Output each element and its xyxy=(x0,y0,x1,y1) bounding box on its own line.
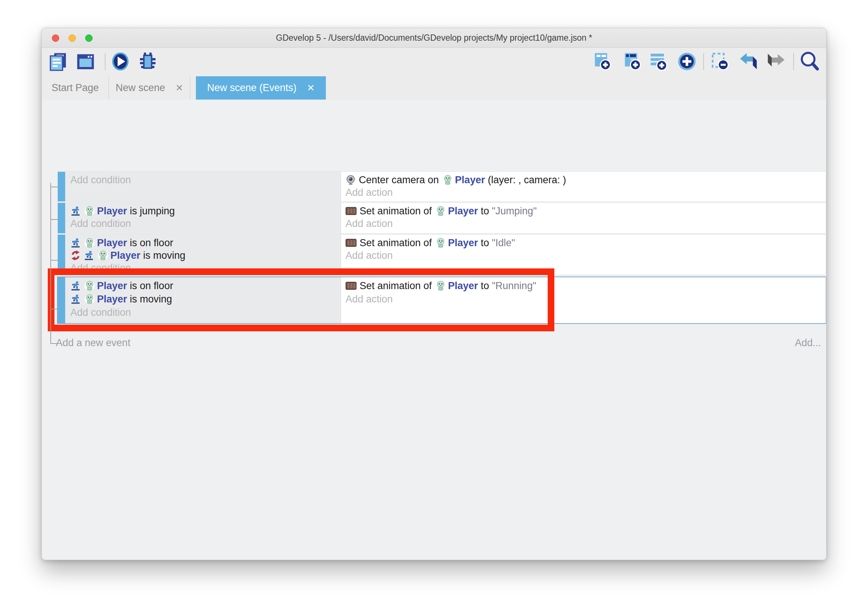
gdevelop-window: GDevelop 5 - /Users/david/Documents/GDev… xyxy=(41,28,827,560)
add-new-event-link[interactable]: Add a new event xyxy=(56,336,131,349)
player-object-icon xyxy=(98,250,108,261)
camera-icon xyxy=(346,175,356,185)
add-action-link[interactable]: Add action xyxy=(346,186,821,199)
debug-icon xyxy=(138,52,158,71)
platformer-behavior-icon xyxy=(70,238,81,248)
add-more-link[interactable]: Add... xyxy=(795,336,821,349)
animation-icon xyxy=(346,207,357,215)
object-name: Player xyxy=(448,206,478,217)
action-item[interactable]: Center camera on Player (layer: , camera… xyxy=(346,174,821,186)
tab-label: New scene xyxy=(116,82,165,94)
add-comment-button[interactable] xyxy=(648,51,669,72)
redo-icon xyxy=(766,52,786,71)
traffic-lights xyxy=(52,35,93,42)
close-window-button[interactable] xyxy=(52,35,59,42)
close-tab-icon[interactable]: ✕ xyxy=(176,83,183,93)
toolbar-divider xyxy=(793,53,794,70)
tab-label: New scene (Events) xyxy=(207,82,297,94)
events-sheet: Add condition Center camera on xyxy=(42,100,826,560)
minimize-window-button[interactable] xyxy=(69,35,76,42)
tab-start-page[interactable]: Start Page xyxy=(42,76,109,100)
player-object-icon xyxy=(85,206,95,217)
undo-icon xyxy=(738,52,758,71)
play-preview-button[interactable] xyxy=(110,51,131,72)
annotation-highlight xyxy=(48,269,554,331)
action-text: to xyxy=(478,237,492,249)
tab-new-scene-events[interactable]: New scene (Events) ✕ xyxy=(196,76,326,100)
toolbar-divider xyxy=(105,53,105,70)
project-manager-button[interactable] xyxy=(48,51,69,72)
add-condition-link[interactable]: Add condition xyxy=(70,174,335,186)
tab-new-scene[interactable]: New scene ✕ xyxy=(109,76,190,100)
titlebar: GDevelop 5 - /Users/david/Documents/GDev… xyxy=(42,28,826,48)
platformer-behavior-icon xyxy=(84,250,94,261)
add-subevent-icon xyxy=(622,52,642,71)
condition-item[interactable]: Player is moving xyxy=(70,249,335,262)
window-title: GDevelop 5 - /Users/david/Documents/GDev… xyxy=(42,28,826,48)
player-object-icon xyxy=(436,206,446,217)
scene-editor-icon xyxy=(75,52,96,71)
object-name: Player xyxy=(448,237,478,249)
add-more-icon xyxy=(677,52,697,71)
player-object-icon xyxy=(85,237,95,248)
search-events-button[interactable] xyxy=(799,51,820,72)
animation-icon xyxy=(346,239,357,247)
action-value: "Jumping" xyxy=(492,206,536,217)
search-icon xyxy=(799,51,820,72)
object-name: Player xyxy=(455,174,485,186)
condition-text: is moving xyxy=(140,250,186,261)
undo-button[interactable] xyxy=(738,51,759,72)
add-comment-icon xyxy=(648,52,668,71)
add-event-icon xyxy=(592,52,612,71)
invert-condition-icon xyxy=(70,250,81,261)
condition-text: is on floor xyxy=(127,237,173,249)
add-condition-link[interactable]: Add condition xyxy=(70,217,335,230)
close-tab-icon[interactable]: ✕ xyxy=(307,83,315,93)
actions-cell[interactable]: Set animation of Player to "Jumping" Ad xyxy=(341,203,826,233)
action-text: Set animation of xyxy=(360,206,435,217)
add-action-link[interactable]: Add action xyxy=(346,249,821,262)
object-name: Player xyxy=(97,206,127,217)
event-drag-handle[interactable] xyxy=(58,203,65,233)
debug-button[interactable] xyxy=(137,51,158,72)
action-item[interactable]: Set animation of Player to "Jumping" xyxy=(346,205,821,217)
action-item[interactable]: Set animation of Player to "Idle" xyxy=(346,237,821,249)
screenshot-root: GDevelop 5 - /Users/david/Documents/GDev… xyxy=(0,0,868,616)
event-row[interactable]: Add condition Center camera on xyxy=(58,172,826,201)
platformer-behavior-icon xyxy=(70,206,81,216)
add-more-button[interactable] xyxy=(676,51,697,72)
zoom-window-button[interactable] xyxy=(85,35,93,42)
player-object-icon xyxy=(442,174,453,185)
delete-selection-button[interactable] xyxy=(709,51,730,72)
redo-button[interactable] xyxy=(766,51,786,72)
event-drag-handle[interactable] xyxy=(58,172,65,201)
object-name: Player xyxy=(97,237,127,249)
event-row[interactable]: Player is jumping Add condition Set ani xyxy=(58,203,826,233)
scene-editor-button[interactable] xyxy=(75,51,96,72)
toolbar xyxy=(42,48,826,76)
play-preview-icon xyxy=(110,51,131,72)
add-subevent-button[interactable] xyxy=(622,51,643,72)
condition-text: is jumping xyxy=(127,206,175,217)
delete-selection-icon xyxy=(710,52,730,71)
action-text: Set animation of xyxy=(360,237,435,249)
condition-item[interactable]: Player is on floor xyxy=(70,237,335,249)
conditions-cell[interactable]: Player is jumping Add condition xyxy=(65,203,341,233)
player-object-icon xyxy=(436,237,446,248)
action-params: (layer: , camera: ) xyxy=(485,174,566,186)
action-text: to xyxy=(478,206,492,217)
action-value: "Idle" xyxy=(492,237,515,249)
tab-label: Start Page xyxy=(52,82,99,94)
add-event-button[interactable] xyxy=(592,51,612,72)
actions-cell[interactable]: Center camera on Player (layer: , camera… xyxy=(341,172,826,201)
action-text: Center camera on xyxy=(359,174,442,186)
object-name: Player xyxy=(110,250,140,261)
project-manager-icon xyxy=(48,52,68,71)
tab-bar: Start Page New scene ✕ New scene (Events… xyxy=(42,76,826,100)
toolbar-divider xyxy=(703,53,704,70)
condition-item[interactable]: Player is jumping xyxy=(70,205,335,217)
conditions-cell[interactable]: Add condition xyxy=(65,172,341,201)
add-action-link[interactable]: Add action xyxy=(346,217,821,230)
